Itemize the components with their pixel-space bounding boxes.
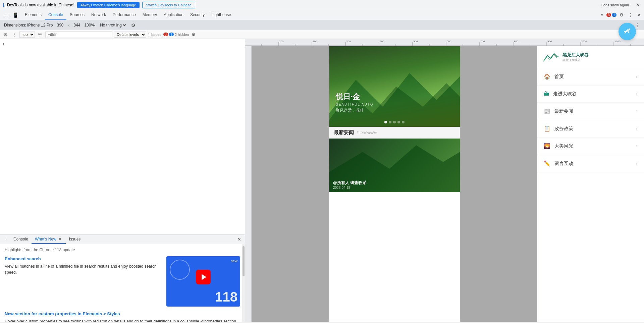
svg-text:1000: 1000 [581,40,587,43]
devtools-more-button[interactable]: ⋮ [627,11,634,18]
ruler-svg: 1002003004005006007008009001000110012001… [245,39,644,46]
feature-text-enhanced-search: Enhanced search View all matches in a li… [5,256,161,279]
video-circle-decoration [170,260,190,280]
feature-video-thumbnail[interactable]: new 118 [166,256,240,307]
devtools-settings-button[interactable]: ⚙ [618,11,625,18]
svg-text:800: 800 [514,40,519,43]
bottom-panel-content: Highlights from the Chrome 118 update En… [0,244,245,322]
console-clear-button[interactable]: ⊘ [2,31,9,38]
scenery-nav-arrow: › [636,144,637,149]
video-new-badge: new [231,259,237,263]
right-nav-news[interactable]: 📰 最新要闻 › [537,103,644,120]
right-nav-messages[interactable]: ✏️ 留言互动 › [537,155,644,172]
bottom-panel-menu-button[interactable]: ⋮ [2,236,10,243]
mobile-frame: 悦日·金 BEAUTIFUL AUTO 聚风送爱，花叶 [329,46,460,322]
throttle-select[interactable]: No throttling Fast 3G Slow 3G [99,22,127,28]
right-nav-scenery[interactable]: 🌄 大美风光 › [537,138,644,155]
expand-arrow[interactable]: › [3,41,4,46]
more-options-button[interactable]: ⋮ [635,22,640,28]
home-nav-arrow: › [636,74,637,79]
dot-1[interactable] [384,121,387,123]
inspect-element-button[interactable]: ⬚ [3,11,10,19]
feature-text-custom-properties: New section for custom properties in Ele… [5,311,240,322]
feature-title-custom-properties[interactable]: New section for custom properties in Ele… [5,311,240,316]
valley-nav-label: 走进大峡谷 [553,91,577,97]
tab-console[interactable]: Console [45,10,66,20]
tab-application[interactable]: Application [160,10,187,20]
svg-text:300: 300 [346,40,351,43]
tab-security[interactable]: Security [187,10,208,20]
svg-text:100: 100 [279,40,284,43]
device-toolbar-button[interactable]: 📱 [11,11,20,19]
news-section-title: 最新要闻 [334,129,354,136]
bottom-panel-close-button[interactable]: ✕ [236,236,243,243]
hero-title: 悦日·金 [336,92,373,102]
tab-elements[interactable]: Elements [21,10,45,20]
bottom-tab-issues[interactable]: Issues [66,235,84,244]
console-content-area: › [0,39,245,234]
more-tabs-button[interactable]: » [599,11,605,18]
video-play-button[interactable] [196,270,211,284]
issues-counter: 3 1 [606,13,616,17]
bird-logo [619,23,636,40]
mobile-viewport: 悦日·金 BEAUTIFUL AUTO 聚风送爱，花叶 [252,46,537,322]
console-more-button[interactable]: ⋮ [10,31,18,38]
dot-4[interactable] [397,121,400,123]
valley-nav-icon: 🏔 [544,91,549,97]
hero-subtitle: BEAUTIFUL AUTO [336,103,373,106]
issues-blue-badge: 1 [612,13,616,17]
issues-text: 4 Issues: [148,33,162,37]
svg-text:400: 400 [380,40,384,43]
dot-5[interactable] [402,121,405,123]
devtools-close-button[interactable]: ✕ [636,11,643,18]
right-nav-policy[interactable]: 📋 政务政策 › [537,120,644,138]
right-nav-home[interactable]: 🏠 首页 › [537,68,644,86]
tab-memory[interactable]: Memory [139,10,160,20]
level-select[interactable]: Default levels Verbose Info Warnings Err… [114,32,146,38]
right-nav-policy-left: 📋 政务政策 [544,125,573,132]
feature-desc-custom-properties: Hover over custom properties to see tool… [5,318,240,322]
top-ruler: 1002003004005006007008009001000110012001… [245,39,644,46]
svg-text:500: 500 [413,40,418,43]
main-layout: › ⋮ Console What's New ✕ Issues ✕ [0,39,644,322]
bottom-preview-image: @所有人 请查收采 2023-04-18 [329,139,460,192]
devtools-toolbar-icons: » 3 1 ⚙ ⋮ ✕ [599,11,643,18]
scope-select[interactable]: top [19,32,35,38]
feature-title-enhanced-search[interactable]: Enhanced search [5,256,161,261]
issues-settings[interactable]: ⚙ [190,31,197,38]
right-panel-header: 黑龙江大峡谷 黑龙江大峡谷 [537,46,644,68]
news-nav-arrow: › [636,109,637,114]
bottom-tab-console[interactable]: Console [10,235,32,244]
tab-lighthouse[interactable]: Lighthouse [208,10,234,20]
console-expand-row: › [0,39,245,48]
tab-performance[interactable]: Performance [109,10,139,20]
tab-sources[interactable]: Sources [66,10,88,20]
right-nav-messages-left: ✏️ 留言互动 [544,160,573,167]
zoom-level[interactable]: 100% [84,23,95,28]
right-panel-logo-svg [542,51,559,63]
right-nav-valley[interactable]: 🏔 走进大峡谷 › [537,86,644,103]
news-nav-icon: 📰 [544,108,550,114]
dot-2[interactable] [389,121,391,123]
right-panel: 黑龙江大峡谷 黑龙江大峡谷 🏠 首页 › [537,46,644,322]
dimension-x: x [67,23,69,28]
dot-3[interactable] [393,121,396,123]
switch-language-button[interactable]: Switch DevTools to Chinese [142,2,195,8]
news-section-subtitle: ZuiXinYaoWe [357,131,377,135]
hero-banner: 悦日·金 BEAUTIFUL AUTO 聚风送爱，花叶 [329,46,460,127]
policy-nav-icon: 📋 [544,125,550,132]
feature-enhanced-search: Enhanced search View all matches in a li… [5,256,240,307]
sync-icon[interactable]: ⚙ [131,22,136,28]
scrollbar-thumb[interactable] [243,246,245,276]
messages-nav-arrow: › [636,161,637,166]
hero-desc: 聚风送爱，花叶 [336,108,373,113]
policy-nav-label: 政务政策 [554,126,573,132]
match-language-button[interactable]: Always match Chrome's language [77,2,140,8]
dont-show-button[interactable]: Don't show again [601,3,629,7]
bottom-tab-whats-new[interactable]: What's New ✕ [32,235,66,244]
console-eye-button[interactable]: 👁 [36,31,44,38]
close-whats-new-tab[interactable]: ✕ [58,237,62,241]
tab-network[interactable]: Network [88,10,109,20]
notification-close-button[interactable]: ✕ [634,1,641,8]
console-filter-input[interactable] [45,31,112,38]
